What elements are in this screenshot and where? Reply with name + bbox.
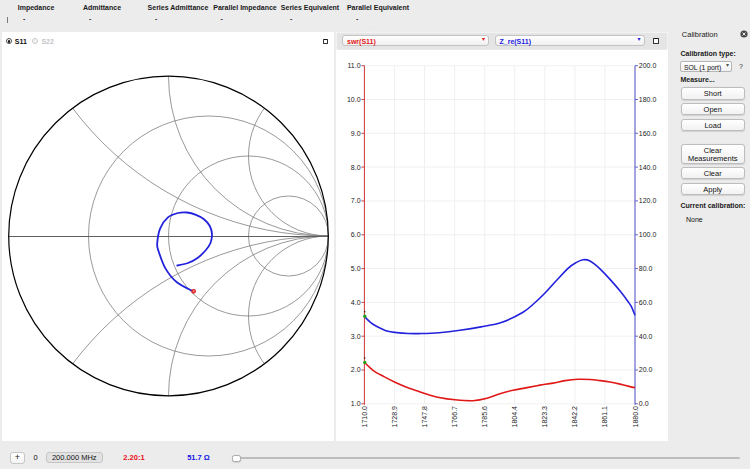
svg-text:1.0: 1.0 [351,400,361,407]
svg-text:1747.8: 1747.8 [421,406,428,428]
svg-text:180.0: 180.0 [639,96,657,103]
svg-text:5.0: 5.0 [351,265,361,272]
svg-text:7.0: 7.0 [351,197,361,204]
svg-text:11.0: 11.0 [347,62,360,69]
svg-text:10.0: 10.0 [347,96,361,103]
svg-text:4.0: 4.0 [351,299,361,306]
svg-text:1710.0: 1710.0 [361,406,368,428]
svg-text:1804.4: 1804.4 [511,406,518,428]
svg-text:8.0: 8.0 [351,164,361,171]
svg-text:1861.1: 1861.1 [601,406,608,428]
svg-text:9.0: 9.0 [351,130,361,137]
svg-text:200.0: 200.0 [639,62,657,69]
svg-text:160.0: 160.0 [639,130,657,137]
svg-text:20.0: 20.0 [639,366,653,373]
svg-text:1880.0: 1880.0 [632,406,639,428]
svg-text:0.0: 0.0 [639,400,649,407]
svg-text:60.0: 60.0 [639,299,653,306]
svg-text:1728.9: 1728.9 [391,406,398,428]
svg-text:6.0: 6.0 [351,231,361,238]
svg-text:2.0: 2.0 [351,366,361,373]
svg-text:40.0: 40.0 [639,333,653,340]
svg-text:80.0: 80.0 [639,265,653,272]
svg-text:140.0: 140.0 [639,164,657,171]
svg-text:1766.7: 1766.7 [451,406,458,428]
svg-text:1823.3: 1823.3 [541,406,548,428]
svg-text:1842.2: 1842.2 [571,406,578,428]
svg-text:100.0: 100.0 [639,231,657,238]
svg-text:1785.6: 1785.6 [481,406,488,428]
svg-text:120.0: 120.0 [639,197,657,204]
svg-text:3.0: 3.0 [351,333,361,340]
